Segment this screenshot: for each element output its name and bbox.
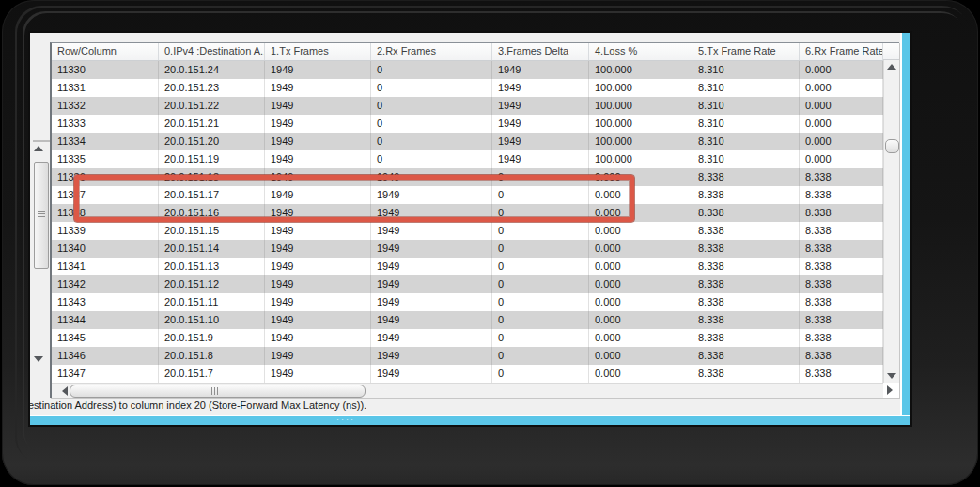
table-cell: 1949: [265, 258, 371, 275]
table-cell: 8.338: [692, 204, 800, 222]
left-vertical-scrollbar-thumb[interactable]: [34, 162, 49, 269]
table-cell: 1949: [265, 97, 371, 115]
table-cell: 0.000: [589, 258, 692, 275]
table-cell: 11340: [52, 240, 159, 258]
table-cell: 20.0.151.19: [159, 150, 265, 168]
table-cell: 20.0.151.12: [159, 275, 265, 293]
table-cell: 1949: [371, 222, 492, 240]
table-cell: 1949: [371, 275, 492, 293]
scroll-down-arrow-icon[interactable]: [34, 356, 43, 362]
table-cell: 11342: [52, 275, 159, 293]
table-cell: 100.000: [589, 79, 692, 97]
column-header-0[interactable]: Row/Column: [52, 43, 159, 60]
scroll-right-arrow-icon[interactable]: [887, 385, 893, 395]
column-header-6[interactable]: 5.Tx Frame Rate: [692, 43, 800, 60]
screenshot-canvas: Row/Column0.IPv4 :Destination A..1.Tx Fr…: [0, 0, 980, 487]
table-cell: 20.0.151.23: [159, 79, 265, 97]
table-cell: 1949: [265, 150, 371, 168]
table-row-11340[interactable]: 1134020.0.151.141949194900.0008.3388.338: [52, 240, 883, 258]
scroll-up-arrow-icon[interactable]: [887, 64, 896, 70]
column-header-1[interactable]: 0.IPv4 :Destination A..: [159, 43, 265, 60]
table-cell: 11331: [52, 79, 159, 97]
table-row-11344[interactable]: 1134420.0.151.101949194900.0008.3388.338: [52, 311, 883, 329]
table-cell: 1949: [265, 61, 371, 79]
table-cell: 0.000: [589, 329, 692, 347]
table-cell: 11344: [52, 311, 159, 329]
table-row-11331[interactable]: 1133120.0.151.23194901949100.0008.3100.0…: [52, 79, 883, 97]
table-cell: 8.338: [692, 258, 800, 275]
vertical-scrollbar[interactable]: [883, 60, 899, 383]
table-cell: 1949: [371, 329, 492, 347]
scroll-up-arrow-icon[interactable]: [34, 146, 43, 151]
table-cell: 1949: [265, 79, 371, 97]
scroll-down-arrow-icon[interactable]: [887, 373, 896, 379]
column-header-7[interactable]: 6.Rx Frame Rate: [800, 43, 883, 60]
table-cell: 1949: [265, 275, 371, 293]
table-cell: 0: [492, 240, 589, 258]
table-cell: 1949: [265, 133, 371, 150]
red-highlight-box: [74, 175, 634, 222]
table-cell: 8.338: [800, 222, 883, 240]
table-cell: 0: [492, 311, 589, 329]
table-cell: 8.338: [800, 258, 883, 275]
table-cell: 0: [371, 150, 492, 168]
table-row-11347[interactable]: 1134720.0.151.71949194900.0008.3388.338: [52, 365, 883, 383]
table-cell: 0.000: [589, 240, 692, 258]
table-cell: 1949: [371, 293, 492, 311]
table-row-11341[interactable]: 1134120.0.151.131949194900.0008.3388.338: [52, 258, 883, 275]
table-cell: 0: [371, 133, 492, 150]
horizontal-scrollbar[interactable]: [52, 383, 883, 398]
table-cell: 11346: [52, 347, 159, 365]
column-header-5[interactable]: 4.Loss %: [589, 43, 692, 60]
table-cell: 8.338: [800, 204, 883, 222]
table-cell: 0: [492, 347, 589, 365]
table-cell: 0: [371, 79, 492, 97]
table-cell: 11345: [52, 329, 159, 347]
table-cell: 1949: [371, 311, 492, 329]
table-row-11345[interactable]: 1134520.0.151.91949194900.0008.3388.338: [52, 329, 883, 347]
table-row-11333[interactable]: 1133320.0.151.21194901949100.0008.3100.0…: [52, 115, 883, 133]
column-header-3[interactable]: 2.Rx Frames: [371, 43, 492, 60]
splitter-grip-dots-icon[interactable]: ····: [336, 416, 355, 424]
table-cell: 1949: [265, 240, 371, 258]
status-bar: estination Address) to column index 20 (…: [30, 398, 894, 415]
horizontal-scrollbar-thumb[interactable]: [70, 385, 366, 398]
table-cell: 0.000: [589, 365, 692, 383]
table-row-11332[interactable]: 1133220.0.151.22194901949100.0008.3100.0…: [52, 97, 883, 115]
table-row-11339[interactable]: 1133920.0.151.151949194900.0008.3388.338: [52, 222, 883, 240]
table-cell: 1949: [265, 365, 371, 383]
table-cell: 0.000: [800, 150, 883, 168]
vertical-scrollbar-thumb[interactable]: [885, 139, 899, 153]
table-cell: 20.0.151.7: [159, 365, 265, 383]
table-cell: 8.338: [692, 365, 800, 383]
table-header-row: Row/Column0.IPv4 :Destination A..1.Tx Fr…: [52, 43, 883, 61]
table-cell: 1949: [492, 150, 589, 168]
table-cell: 0: [371, 115, 492, 133]
table-cell: 0.000: [800, 115, 883, 133]
table-cell: 1949: [492, 133, 589, 150]
table-cell: 8.338: [692, 168, 800, 186]
column-header-2[interactable]: 1.Tx Frames: [265, 43, 371, 60]
table-row-11330[interactable]: 1133020.0.151.24194901949100.0008.3100.0…: [52, 61, 883, 79]
table-row-11346[interactable]: 1134620.0.151.81949194900.0008.3388.338: [52, 347, 883, 365]
table-cell: 100.000: [589, 133, 692, 150]
table-row-11335[interactable]: 1133520.0.151.19194901949100.0008.3100.0…: [52, 150, 883, 168]
left-panel-strip: [33, 33, 50, 407]
scroll-left-arrow-icon[interactable]: [62, 386, 68, 396]
table-row-11343[interactable]: 1134320.0.151.111949194900.0008.3388.338: [52, 293, 883, 311]
table-cell: 0: [371, 61, 492, 79]
table-cell: 8.338: [692, 347, 800, 365]
table-cell: 1949: [265, 293, 371, 311]
table-cell: 1949: [265, 311, 371, 329]
table-row-11334[interactable]: 1133420.0.151.20194901949100.0008.3100.0…: [52, 133, 883, 150]
table-cell: 8.338: [692, 275, 800, 293]
table-cell: 1949: [492, 115, 589, 133]
results-window: Row/Column0.IPv4 :Destination A..1.Tx Fr…: [28, 31, 912, 427]
table-cell: 11333: [52, 115, 159, 133]
table-row-11342[interactable]: 1134220.0.151.121949194900.0008.3388.338: [52, 275, 883, 293]
table-cell: 0: [492, 258, 589, 275]
table-cell: 11330: [52, 61, 159, 79]
table-cell: 20.0.151.24: [159, 61, 265, 79]
table-cell: 1949: [492, 97, 589, 115]
column-header-4[interactable]: 3.Frames Delta: [492, 43, 589, 60]
